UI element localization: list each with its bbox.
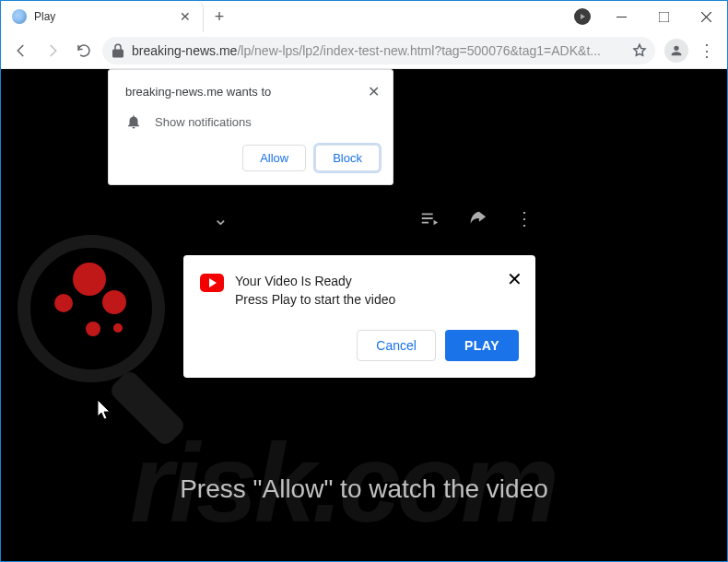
modal-subtitle: Press Play to start the video <box>235 290 395 309</box>
magnifier-icon <box>18 235 202 419</box>
bell-icon <box>125 113 142 130</box>
back-button[interactable] <box>8 38 34 64</box>
permission-origin-text: breaking-news.me wants to <box>125 85 271 99</box>
reload-button[interactable] <box>71 38 97 64</box>
window-controls <box>600 1 727 32</box>
toolbar: breaking-news.me/lp/new-lps/lp2/index-te… <box>1 32 727 69</box>
close-icon[interactable]: ✕ <box>507 268 523 290</box>
notification-permission-popup: breaking-news.me wants to ✕ Show notific… <box>108 69 393 185</box>
lock-icon <box>110 42 126 59</box>
share-icon[interactable] <box>467 208 487 228</box>
chrome-menu-button[interactable]: ⋮ <box>694 41 720 61</box>
youtube-icon <box>200 274 224 292</box>
forward-button[interactable] <box>40 38 65 64</box>
tab-close-icon[interactable]: ✕ <box>179 10 192 23</box>
permission-label: Show notifications <box>155 115 252 129</box>
tab-title: Play <box>34 10 171 23</box>
page-instruction: Press "Allow" to watch the video <box>1 474 727 504</box>
play-button[interactable]: PLAY <box>445 330 519 361</box>
queue-icon[interactable] <box>419 208 440 228</box>
window-minimize-button[interactable] <box>600 1 642 32</box>
page-content: risk.com ⌄ ⋮ Press "Allow" to watch the … <box>1 69 727 561</box>
titlebar: Play ✕ + <box>1 1 727 32</box>
window-close-button[interactable] <box>685 1 727 32</box>
block-button[interactable]: Block <box>315 145 380 171</box>
profile-avatar-button[interactable] <box>664 39 688 63</box>
browser-tab[interactable]: Play ✕ <box>1 1 204 32</box>
mouse-cursor-icon <box>97 399 113 421</box>
modal-title: Your Video Is Ready <box>235 272 395 290</box>
address-bar[interactable]: breaking-news.me/lp/new-lps/lp2/index-te… <box>102 37 655 64</box>
new-tab-button[interactable]: + <box>204 1 235 32</box>
more-icon[interactable]: ⋮ <box>515 207 534 229</box>
chevron-down-icon[interactable]: ⌄ <box>213 207 229 229</box>
video-controls: ⋮ <box>419 207 534 229</box>
allow-button[interactable]: Allow <box>242 145 306 171</box>
window-maximize-button[interactable] <box>642 1 685 32</box>
video-ready-modal: ✕ Your Video Is Ready Press Play to star… <box>183 255 535 378</box>
browser-window: Play ✕ + breaking-news.me/lp/new-lps/lp2… <box>0 0 728 562</box>
media-playing-icon[interactable] <box>574 8 591 25</box>
tab-favicon <box>12 9 27 24</box>
close-icon[interactable]: ✕ <box>368 83 380 100</box>
cancel-button[interactable]: Cancel <box>357 330 436 361</box>
url-text: breaking-news.me/lp/new-lps/lp2/index-te… <box>132 43 626 58</box>
bookmark-star-icon[interactable] <box>631 42 648 59</box>
